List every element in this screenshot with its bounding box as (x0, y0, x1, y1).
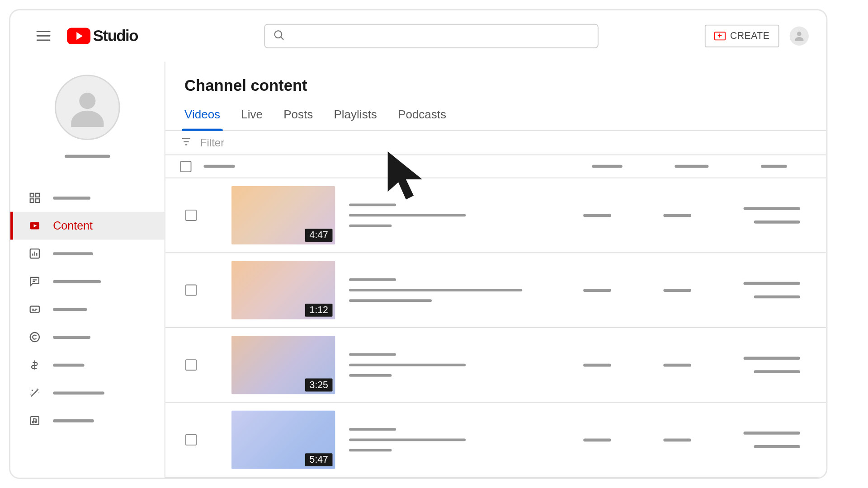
video-thumbnail[interactable]: 4:47 (231, 186, 335, 244)
row-checkbox[interactable] (185, 210, 197, 221)
placeholder-line (744, 357, 800, 360)
video-meta (349, 278, 583, 302)
header-placeholder (592, 165, 622, 168)
placeholder-line (349, 428, 396, 431)
video-thumbnail[interactable]: 5:47 (231, 411, 335, 469)
row-stats (583, 282, 800, 299)
video-meta (349, 203, 583, 227)
placeholder-line (53, 280, 101, 283)
svg-point-23 (35, 421, 36, 422)
placeholder-line (663, 289, 691, 292)
placeholder-line (663, 214, 691, 217)
svg-point-20 (30, 333, 39, 342)
placeholder-line (349, 299, 432, 302)
sidebar: Content (10, 62, 165, 478)
placeholder-line (349, 278, 396, 281)
placeholder-line (744, 207, 800, 210)
placeholder-line (349, 438, 466, 441)
video-row[interactable]: 3:25 (165, 328, 826, 403)
sidebar-item-comments[interactable] (10, 267, 165, 296)
placeholder-line (53, 197, 90, 200)
dashboard-icon (28, 192, 41, 204)
app-window: Studio CREATE (9, 9, 827, 479)
row-checkbox[interactable] (185, 285, 197, 296)
placeholder-line (744, 282, 800, 285)
svg-point-22 (33, 422, 34, 423)
placeholder-line (53, 308, 87, 311)
tab-posts[interactable]: Posts (283, 108, 313, 130)
video-meta (349, 428, 583, 451)
content-tabs: Videos Live Posts Playlists Podcasts (165, 95, 826, 131)
filter-icon (180, 136, 192, 150)
placeholder-line (349, 364, 466, 366)
placeholder-line (349, 225, 392, 227)
create-button[interactable]: CREATE (705, 24, 779, 47)
channel-name-placeholder (65, 155, 110, 158)
placeholder-line (53, 363, 84, 366)
sidebar-item-label: Content (53, 219, 93, 233)
svg-line-1 (281, 37, 284, 40)
tab-playlists[interactable]: Playlists (334, 108, 377, 130)
svg-point-3 (79, 93, 95, 109)
sidebar-item-dashboard[interactable] (10, 184, 165, 212)
sidebar-item-content[interactable]: Content (10, 212, 165, 240)
placeholder-line (663, 438, 691, 441)
placeholder-line (754, 296, 800, 299)
row-checkbox[interactable] (185, 434, 197, 446)
placeholder-line (349, 353, 396, 356)
tab-live[interactable]: Live (241, 108, 263, 130)
placeholder-line (754, 370, 800, 373)
placeholder-line (744, 432, 800, 435)
row-stats (583, 357, 800, 373)
video-row[interactable]: 4:47 (165, 178, 826, 253)
placeholder-line (349, 449, 392, 452)
studio-logo[interactable]: Studio (67, 27, 138, 45)
analytics-icon (28, 248, 41, 260)
channel-avatar[interactable] (55, 75, 120, 140)
header-placeholder (761, 165, 787, 168)
select-all-checkbox[interactable] (180, 161, 191, 172)
tab-podcasts[interactable]: Podcasts (398, 108, 446, 130)
video-row[interactable]: 1:12 (165, 253, 826, 328)
sidebar-item-copyright[interactable] (10, 323, 165, 351)
placeholder-line (53, 391, 104, 394)
content-icon (28, 220, 41, 232)
video-table-header (165, 155, 826, 178)
page-title: Channel content (165, 62, 826, 95)
sidebar-item-subtitles[interactable] (10, 296, 165, 324)
create-icon (714, 32, 726, 40)
video-duration: 5:47 (305, 453, 333, 466)
row-checkbox[interactable] (185, 359, 197, 371)
svg-rect-5 (36, 193, 39, 197)
video-thumbnail[interactable]: 1:12 (231, 261, 335, 319)
copyright-icon (28, 331, 41, 343)
tab-videos[interactable]: Videos (184, 108, 220, 130)
menu-toggle-button[interactable] (33, 25, 54, 46)
app-header: Studio CREATE (10, 10, 826, 62)
header-placeholder (675, 165, 708, 168)
video-row[interactable]: 5:47 (165, 403, 826, 478)
logo-text: Studio (93, 27, 138, 45)
filter-bar[interactable]: Filter (165, 131, 826, 155)
placeholder-line (349, 214, 466, 217)
sidebar-item-audio[interactable] (10, 407, 165, 435)
placeholder-line (583, 289, 611, 292)
placeholder-line (754, 221, 800, 224)
search-input[interactable] (264, 23, 599, 48)
svg-point-2 (797, 32, 802, 36)
sidebar-item-analytics[interactable] (10, 239, 165, 267)
placeholder-line (663, 363, 691, 366)
main-content: Channel content Videos Live Posts Playli… (165, 62, 826, 478)
monetization-icon (28, 359, 41, 371)
create-label: CREATE (730, 30, 769, 42)
search-icon (273, 29, 285, 43)
placeholder-line (583, 363, 611, 366)
sidebar-item-customization[interactable] (10, 379, 165, 407)
row-stats (583, 432, 800, 448)
placeholder-group (744, 282, 800, 299)
row-stats (583, 207, 800, 224)
sidebar-item-earn[interactable] (10, 351, 165, 379)
account-avatar[interactable] (790, 26, 809, 45)
video-thumbnail[interactable]: 3:25 (231, 336, 335, 394)
placeholder-line (349, 289, 522, 291)
